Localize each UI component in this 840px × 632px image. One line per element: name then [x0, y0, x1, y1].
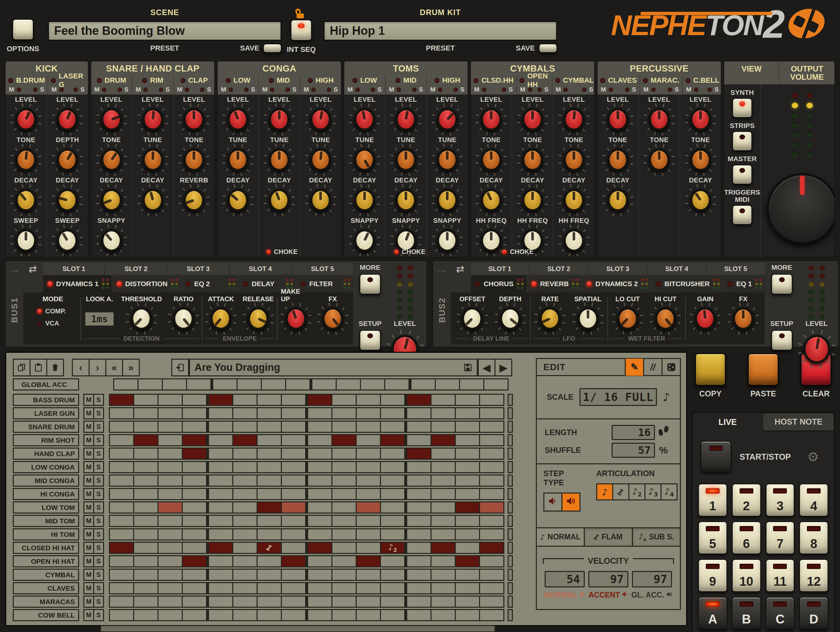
pattern-pad-12[interactable]: 12 [799, 559, 828, 592]
track-solo-button[interactable]: S [93, 447, 104, 460]
step-cell-5[interactable] [209, 422, 232, 432]
step-cell-14[interactable] [436, 379, 459, 390]
step-cell-3[interactable] [158, 597, 182, 607]
knob-tune[interactable] [349, 144, 380, 175]
knob-level[interactable] [685, 104, 716, 135]
knob-snappy[interactable] [96, 225, 127, 256]
step-cell-14[interactable] [431, 610, 455, 620]
articulation-button-flam[interactable]: ♪ [612, 483, 629, 501]
step-cell-16[interactable] [480, 556, 503, 566]
step-cell-13[interactable] [407, 435, 431, 445]
step-cell-8[interactable] [282, 449, 305, 459]
step-cell-3[interactable] [158, 476, 182, 486]
knob-fx[interactable] [728, 303, 758, 334]
setup-button[interactable] [771, 330, 793, 351]
step-cell-16[interactable] [480, 422, 503, 432]
step-cell-2[interactable] [134, 476, 158, 486]
mute-button[interactable]: M [430, 86, 436, 93]
step-cell-1[interactable] [110, 583, 133, 593]
pattern-prev-arrow-button[interactable]: ◀ [478, 359, 496, 376]
view-key-synth[interactable] [733, 98, 752, 118]
step-cell-11[interactable] [357, 449, 380, 459]
track-label[interactable]: SNARE DRUM [13, 421, 79, 433]
slot-tab-slot-1[interactable]: SLOT 1 [471, 263, 529, 275]
track-solo-button[interactable]: S [93, 542, 104, 554]
step-cell-12[interactable] [381, 408, 404, 419]
track-label[interactable]: COW BELL [13, 609, 79, 621]
pattern-pad-4[interactable]: 4 [799, 483, 828, 517]
knob-level[interactable] [223, 104, 253, 135]
step-cell-8[interactable] [282, 435, 305, 445]
fx-slot-dynamics-1[interactable]: DYNAMICS 1 [43, 275, 112, 292]
last-pattern-button[interactable]: » [122, 359, 140, 376]
track-solo-button[interactable]: S [93, 407, 104, 419]
step-cell-12[interactable] [381, 435, 404, 445]
mute-button[interactable]: M [262, 86, 267, 93]
step-cell-15[interactable] [456, 583, 479, 593]
knob-level[interactable] [644, 104, 674, 135]
knob-reverb[interactable] [179, 185, 209, 216]
step-cell-10[interactable] [332, 502, 356, 513]
solo-button[interactable]: S [544, 86, 549, 93]
step-cell-2[interactable] [134, 570, 158, 580]
step-cell-9[interactable] [308, 583, 332, 593]
knob-snappy[interactable] [349, 225, 380, 256]
step-cell-2[interactable] [134, 462, 158, 472]
step-cell-3[interactable] [158, 489, 182, 499]
step-cell-13[interactable] [407, 422, 431, 432]
step-cell-10[interactable] [332, 529, 356, 539]
step-cell-1[interactable] [110, 543, 133, 553]
step-type-button-2[interactable] [561, 493, 581, 512]
track-solo-button[interactable]: S [93, 528, 104, 540]
pattern-pad-11[interactable]: 11 [766, 559, 795, 592]
knob-decay[interactable] [223, 185, 253, 216]
step-cell-16[interactable] [480, 489, 503, 499]
knob-decay[interactable] [52, 185, 82, 216]
track-solo-button[interactable]: S [93, 394, 104, 406]
step-cell-13[interactable] [407, 449, 431, 459]
step-cell-11[interactable] [361, 379, 384, 390]
grid-vscrollbar[interactable] [508, 528, 513, 540]
step-cell-14[interactable] [431, 489, 455, 499]
paste-button[interactable] [748, 353, 778, 386]
step-cell-9[interactable] [308, 502, 332, 513]
track-mute-button[interactable]: M [83, 421, 94, 433]
step-cell-13[interactable] [407, 583, 431, 593]
bank-button-c[interactable]: C [766, 597, 795, 630]
pattern-export-button[interactable] [171, 359, 189, 376]
slot-tab-slot-5[interactable]: SLOT 5 [707, 263, 765, 275]
track-mute-button[interactable]: M [83, 474, 94, 487]
step-cell-4[interactable] [183, 543, 206, 553]
step-cell-14[interactable] [431, 556, 455, 566]
step-cell-10[interactable] [332, 597, 356, 607]
step-cell-12[interactable] [381, 395, 404, 405]
setup-button[interactable] [360, 330, 381, 351]
track-solo-button[interactable]: S [93, 461, 104, 473]
step-cell-1[interactable] [110, 610, 133, 620]
step-cell-5[interactable] [209, 435, 232, 445]
knob-decay[interactable] [685, 185, 716, 216]
knob-threshold[interactable] [126, 303, 156, 334]
grid-vscrollbar[interactable] [508, 488, 513, 500]
track-label[interactable]: CLOSED HI HAT [13, 542, 79, 554]
knob-sweep[interactable] [52, 225, 82, 256]
track-label[interactable]: MARACAS [13, 596, 79, 608]
step-cell-2[interactable] [134, 610, 158, 620]
pattern-pad-1[interactable]: 1 [698, 483, 727, 517]
edit-tab-sub-s[interactable]: ♪xSUB S. [632, 528, 680, 546]
track-mute-button[interactable]: M [83, 461, 94, 473]
step-cell-7[interactable] [257, 422, 281, 432]
knob-decay[interactable] [11, 185, 41, 216]
step-cell-14[interactable] [431, 408, 455, 419]
step-cell-16[interactable] [480, 408, 503, 419]
grid-vscrollbar[interactable] [508, 421, 513, 433]
step-cell-13[interactable] [407, 408, 431, 419]
track-label[interactable]: LASER GUN [13, 407, 79, 419]
knob-release[interactable] [243, 303, 273, 334]
step-cell-15[interactable] [460, 379, 483, 390]
articulation-button-sub4[interactable]: ♪4 [660, 483, 677, 501]
step-cell-2[interactable] [134, 489, 158, 499]
tab-live[interactable]: LIVE [692, 413, 763, 431]
step-cell-7[interactable] [257, 435, 281, 445]
grid-vscrollbar[interactable] [508, 461, 513, 473]
